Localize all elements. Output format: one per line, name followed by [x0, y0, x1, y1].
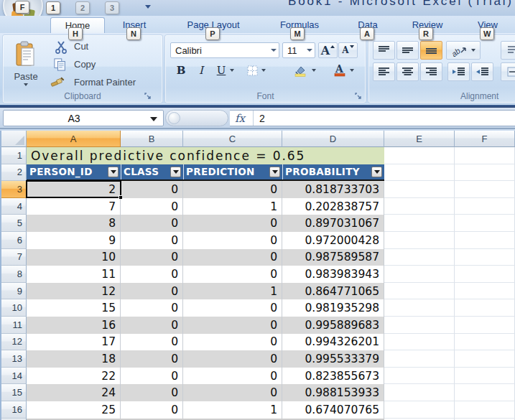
cell[interactable]	[384, 266, 455, 283]
cell[interactable]	[384, 299, 455, 317]
align-middle-button[interactable]	[396, 41, 419, 60]
cell-A7[interactable]: 10	[27, 249, 121, 266]
cell-D15[interactable]: 0.988153933	[282, 384, 384, 401]
cell-C5[interactable]: 0	[183, 215, 282, 232]
merge-center-button[interactable]	[501, 62, 515, 81]
cell-A12[interactable]: 17	[27, 334, 121, 351]
cell[interactable]	[384, 401, 455, 419]
column-header-C[interactable]: C	[183, 131, 282, 147]
cell-A16[interactable]: 25	[27, 401, 121, 419]
table-header-prediction[interactable]: PREDICTION	[183, 164, 282, 182]
font-color-button[interactable]: A	[327, 62, 360, 78]
filter-dropdown-button[interactable]	[170, 167, 181, 177]
align-top-button[interactable]	[373, 41, 395, 60]
column-header-F[interactable]: F	[455, 131, 515, 147]
cell-C3[interactable]: 0	[183, 181, 282, 198]
column-header-B[interactable]: B	[121, 131, 183, 147]
cell[interactable]	[384, 232, 455, 249]
column-header-E[interactable]: E	[384, 131, 455, 147]
fill-color-button[interactable]	[288, 62, 321, 78]
cell-A9[interactable]: 12	[27, 283, 121, 300]
cell-B6[interactable]: 0	[121, 232, 183, 249]
cell[interactable]	[384, 334, 455, 351]
cell[interactable]	[455, 266, 515, 283]
cell[interactable]	[455, 181, 515, 198]
font-name-dropdown-icon[interactable]	[271, 49, 277, 52]
cell-A13[interactable]: 18	[27, 350, 121, 368]
italic-button[interactable]: I	[192, 62, 210, 78]
row-header-3[interactable]: 3	[1, 181, 27, 198]
cell-C10[interactable]: 0	[183, 299, 282, 317]
cell-D13[interactable]: 0.995533379	[282, 350, 384, 368]
name-box-dropdown-icon[interactable]	[150, 117, 157, 121]
cell[interactable]	[455, 350, 515, 368]
cell-C7[interactable]: 0	[183, 249, 282, 266]
select-all-button[interactable]	[1, 131, 27, 147]
row-header-1[interactable]: 1	[1, 147, 27, 164]
cell-B3[interactable]: 0	[121, 181, 183, 198]
cell[interactable]	[384, 147, 455, 164]
cell-D8[interactable]: 0.983983943	[282, 266, 384, 283]
cell-D4[interactable]: 0.202838757	[282, 198, 384, 215]
cell-C6[interactable]: 0	[183, 232, 282, 249]
align-left-button[interactable]	[373, 62, 395, 81]
insert-function-icon[interactable]: fx	[235, 112, 245, 125]
cell[interactable]	[384, 350, 455, 368]
cell-B9[interactable]: 0	[121, 283, 183, 300]
cell-A4[interactable]: 7	[27, 198, 121, 215]
formula-field[interactable]: fx 2	[230, 110, 515, 126]
cell[interactable]	[384, 164, 455, 182]
orientation-button[interactable]: ab	[446, 41, 481, 60]
cell-A10[interactable]: 15	[27, 299, 121, 317]
cell-B12[interactable]: 0	[121, 334, 183, 351]
cell[interactable]	[455, 368, 515, 385]
cell-D14[interactable]: 0.823855673	[282, 368, 384, 385]
cell-C16[interactable]: 1	[183, 401, 282, 419]
cell[interactable]	[384, 368, 455, 385]
fill-handle[interactable]	[119, 195, 122, 199]
row-header-4[interactable]: 4	[1, 198, 27, 215]
align-center-button[interactable]	[396, 62, 419, 81]
cell-C8[interactable]: 0	[183, 266, 282, 283]
cell-C11[interactable]: 0	[183, 317, 282, 334]
cell[interactable]	[384, 283, 455, 300]
cell-D6[interactable]: 0.972000428	[282, 232, 384, 249]
cell-A14[interactable]: 22	[27, 368, 121, 385]
cell-B4[interactable]: 0	[121, 198, 183, 215]
cell-D3[interactable]: 0.818733703	[282, 181, 384, 198]
cell-C13[interactable]: 0	[183, 350, 282, 368]
font-size-dropdown-icon[interactable]	[307, 49, 312, 52]
cell[interactable]	[455, 232, 515, 249]
cell-D5[interactable]: 0.897031067	[282, 215, 384, 232]
cell-B10[interactable]: 0	[121, 299, 183, 317]
table-header-probability[interactable]: PROBABILITY	[282, 164, 384, 182]
row-header-8[interactable]: 8	[1, 266, 27, 283]
row-header-7[interactable]: 7	[1, 249, 27, 266]
cell[interactable]	[455, 215, 515, 232]
qat-more-icon[interactable]	[145, 5, 151, 9]
clipboard-dialog-launcher[interactable]	[144, 92, 153, 101]
format-painter-button[interactable]: Format Painter	[74, 77, 136, 88]
cell[interactable]	[384, 181, 455, 198]
cell-B13[interactable]: 0	[121, 350, 183, 368]
paste-dropdown-icon[interactable]	[24, 83, 28, 86]
row-header-12[interactable]: 12	[1, 334, 27, 351]
cell-D11[interactable]: 0.995889683	[282, 317, 384, 334]
row-header-5[interactable]: 5	[1, 215, 27, 232]
row-header-15[interactable]: 15	[1, 384, 27, 401]
cell[interactable]	[455, 299, 515, 317]
cell-A8[interactable]: 11	[27, 266, 121, 283]
cell[interactable]	[384, 384, 455, 401]
row-header-11[interactable]: 11	[1, 317, 27, 334]
cell-D7[interactable]: 0.987589587	[282, 249, 384, 266]
formula-bar-divider[interactable]	[165, 110, 228, 126]
row-header-6[interactable]: 6	[1, 232, 27, 249]
cell[interactable]	[384, 215, 455, 232]
table-header-person_id[interactable]: PERSON_ID	[27, 164, 121, 182]
filter-dropdown-button[interactable]	[108, 167, 119, 177]
column-header-A[interactable]: A	[27, 131, 121, 147]
cell[interactable]	[455, 249, 515, 266]
row-header-16[interactable]: 16	[1, 401, 27, 419]
row-header-2[interactable]: 2	[1, 164, 27, 182]
cell-C4[interactable]: 1	[183, 198, 282, 215]
